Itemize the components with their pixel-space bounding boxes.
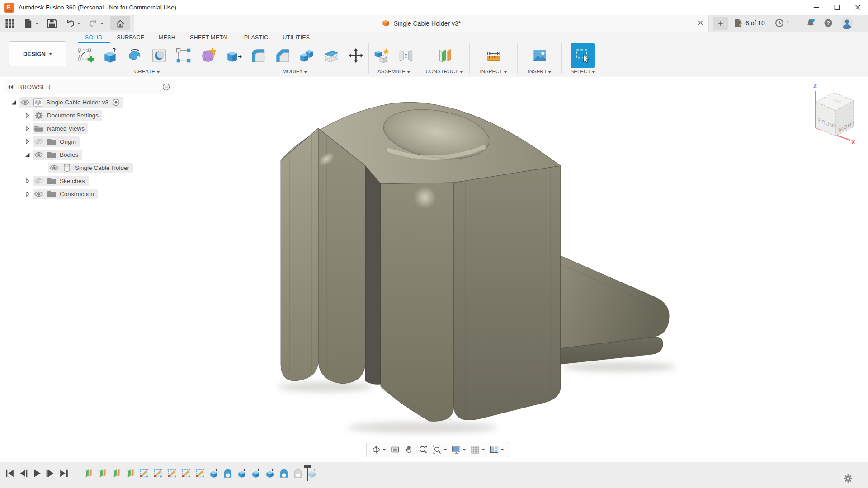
ribbon-tab[interactable]: SURFACE bbox=[110, 33, 151, 43]
timeline-feature-icon[interactable] bbox=[153, 468, 163, 478]
tree-row[interactable]: Origin bbox=[4, 135, 175, 148]
tree-node-label[interactable]: Construction bbox=[60, 191, 94, 197]
playback-button-icon[interactable] bbox=[18, 468, 28, 479]
timeline-feature-icon[interactable] bbox=[265, 468, 275, 478]
edit-slots-indicator[interactable]: 6 of 10 bbox=[733, 19, 765, 28]
timeline-feature-icon[interactable] bbox=[237, 468, 247, 478]
tree-row[interactable]: Bodies bbox=[4, 148, 175, 161]
tool-button[interactable] bbox=[481, 43, 506, 68]
expander-icon[interactable] bbox=[24, 152, 30, 158]
timeline-playhead[interactable] bbox=[304, 465, 311, 481]
nav-button[interactable] bbox=[450, 443, 467, 456]
home-button[interactable] bbox=[110, 16, 130, 30]
timeline-feature-icon[interactable] bbox=[97, 468, 107, 478]
tree-node-label[interactable]: Bodies bbox=[60, 151, 78, 158]
model-body[interactable] bbox=[281, 102, 669, 421]
playback-button-icon[interactable] bbox=[5, 468, 15, 479]
visibility-toggle-icon[interactable] bbox=[34, 178, 43, 184]
tool-button[interactable] bbox=[123, 43, 147, 68]
file-menu-caret-icon[interactable] bbox=[35, 23, 39, 25]
expander-icon[interactable] bbox=[24, 139, 30, 145]
tool-button[interactable] bbox=[295, 43, 319, 68]
visibility-toggle-icon[interactable] bbox=[20, 99, 30, 106]
undo-icon[interactable] bbox=[65, 18, 75, 29]
group-dropdown[interactable]: ASSEMBLE bbox=[369, 68, 418, 74]
tree-row[interactable]: Named Views bbox=[4, 122, 175, 135]
tool-button[interactable] bbox=[171, 43, 196, 68]
tree-row[interactable]: Construction bbox=[4, 188, 175, 201]
group-dropdown[interactable]: INSPECT bbox=[470, 68, 517, 74]
chevron-down-icon[interactable] bbox=[382, 449, 386, 451]
timeline-feature-icon[interactable] bbox=[83, 468, 93, 478]
timeline-feature-icon[interactable] bbox=[125, 468, 135, 478]
ribbon-tab[interactable]: MESH bbox=[151, 33, 183, 43]
tree-node-label[interactable]: Origin bbox=[60, 138, 76, 145]
expander-icon[interactable] bbox=[11, 99, 17, 105]
minimize-button[interactable] bbox=[806, 0, 826, 15]
tool-button[interactable] bbox=[369, 43, 394, 68]
group-dropdown[interactable]: CREATE bbox=[74, 68, 220, 74]
playback-button-icon[interactable] bbox=[45, 468, 56, 479]
viewport[interactable]: BROWSER Single Cable Holder v3 bbox=[0, 77, 868, 462]
avatar[interactable] bbox=[841, 17, 853, 29]
ribbon-tab[interactable]: SOLID bbox=[78, 33, 110, 43]
nav-button[interactable] bbox=[417, 443, 429, 456]
tool-button[interactable] bbox=[432, 43, 457, 68]
close-button[interactable] bbox=[847, 0, 868, 15]
timeline-feature-icon[interactable] bbox=[209, 468, 219, 478]
expander-icon[interactable] bbox=[24, 113, 30, 118]
chevron-down-icon[interactable] bbox=[462, 449, 466, 451]
chevron-down-icon[interactable] bbox=[500, 449, 504, 451]
tree-row[interactable]: Single Cable Holder v3 bbox=[4, 96, 175, 109]
undo-caret-icon[interactable] bbox=[77, 23, 80, 25]
nav-button[interactable] bbox=[389, 443, 401, 456]
group-dropdown[interactable]: INSERT bbox=[518, 68, 561, 74]
chevron-down-icon[interactable] bbox=[481, 449, 485, 451]
redo-icon[interactable] bbox=[88, 18, 99, 29]
timeline-feature-icon[interactable] bbox=[195, 468, 205, 478]
tool-button[interactable] bbox=[147, 43, 171, 68]
tool-button[interactable] bbox=[319, 43, 344, 68]
new-document-button[interactable] bbox=[713, 17, 728, 30]
timeline-feature-icon[interactable] bbox=[181, 468, 191, 478]
collapse-panel-icon[interactable] bbox=[7, 84, 14, 90]
tree-node-label[interactable]: Named Views bbox=[47, 125, 85, 132]
save-icon[interactable] bbox=[47, 18, 57, 29]
group-dropdown[interactable]: MODIFY bbox=[222, 68, 368, 74]
tool-button[interactable] bbox=[246, 43, 270, 68]
visibility-toggle-icon[interactable] bbox=[34, 151, 43, 158]
playback-button-icon[interactable] bbox=[32, 468, 42, 479]
tree-row[interactable]: Single Cable Holder bbox=[4, 161, 175, 174]
activate-component-radio[interactable] bbox=[112, 99, 120, 106]
file-menu-icon[interactable] bbox=[23, 18, 33, 29]
nav-button[interactable] bbox=[431, 443, 448, 456]
visibility-toggle-icon[interactable] bbox=[49, 164, 59, 171]
tool-button[interactable] bbox=[344, 43, 368, 68]
tool-button[interactable] bbox=[98, 43, 123, 68]
tree-node-label[interactable]: Document Settings bbox=[47, 112, 99, 119]
view-cube[interactable]: Z X TOP FRONT RIGHT bbox=[806, 82, 865, 146]
notifications-bell-icon[interactable] bbox=[806, 18, 816, 28]
workspace-switcher[interactable]: DESIGN bbox=[9, 41, 66, 66]
nav-button[interactable] bbox=[469, 443, 486, 456]
timeline-settings-gear-icon[interactable] bbox=[844, 474, 853, 483]
nav-button[interactable] bbox=[488, 443, 505, 456]
timeline-feature-icon[interactable] bbox=[223, 468, 233, 478]
timeline-feature-icon[interactable] bbox=[139, 468, 149, 478]
tree-row[interactable]: Sketches bbox=[4, 174, 175, 188]
tree-node-label[interactable]: Sketches bbox=[60, 178, 85, 184]
app-grid-menu-icon[interactable] bbox=[5, 18, 15, 29]
close-document-icon[interactable] bbox=[697, 19, 704, 26]
tool-button[interactable] bbox=[394, 43, 418, 68]
expander-icon[interactable] bbox=[24, 178, 30, 184]
maximize-button[interactable] bbox=[826, 0, 847, 15]
tool-button[interactable] bbox=[528, 43, 552, 68]
chevron-down-icon[interactable] bbox=[443, 449, 447, 451]
nav-button[interactable] bbox=[370, 443, 387, 456]
tree-row[interactable]: Document Settings bbox=[4, 109, 175, 122]
visibility-toggle-icon[interactable] bbox=[34, 138, 43, 145]
tool-button[interactable] bbox=[196, 43, 220, 68]
redo-caret-icon[interactable] bbox=[100, 23, 104, 25]
document-tab[interactable]: Single Cable Holder v3* bbox=[134, 15, 709, 32]
tree-node-label[interactable]: Single Cable Holder bbox=[75, 164, 129, 171]
